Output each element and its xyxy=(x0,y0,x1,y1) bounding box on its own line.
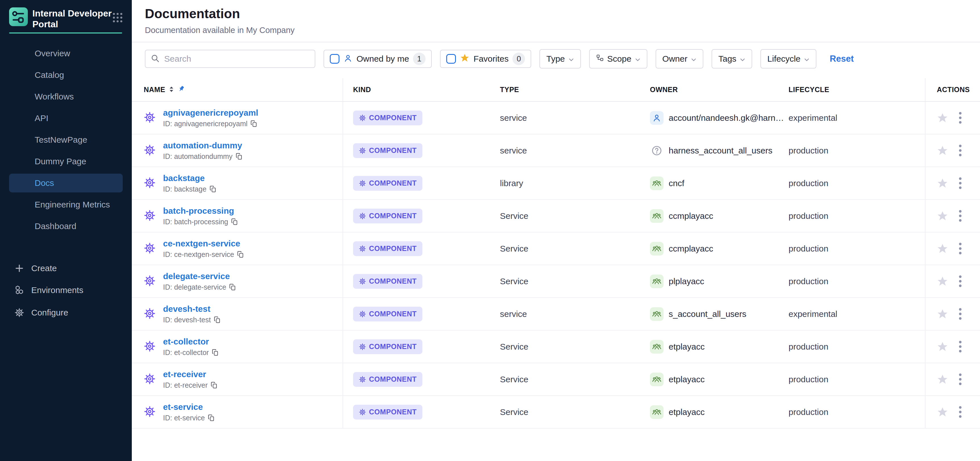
kind-label: COMPONENT xyxy=(369,375,417,383)
entity-name-link[interactable]: ce-nextgen-service xyxy=(163,239,244,249)
apps-grid-icon[interactable] xyxy=(112,12,123,24)
reset-filters-button[interactable]: Reset xyxy=(830,54,854,64)
table-row: et-receiver ID: et-receiver xyxy=(132,363,980,396)
tags-filter-dropdown[interactable]: Tags xyxy=(711,49,752,69)
app-root: Internal Developer Portal Overview Catal… xyxy=(0,0,980,461)
entity-lifecycle: production xyxy=(789,342,828,352)
search-input[interactable] xyxy=(164,54,310,64)
sidebar-item-engineering-metrics[interactable]: Engineering Metrics xyxy=(0,194,132,215)
sidebar-item-environments[interactable]: Environments xyxy=(0,279,132,301)
copy-icon[interactable] xyxy=(231,218,238,225)
group-icon xyxy=(650,242,663,255)
favorite-star-button[interactable] xyxy=(937,374,948,385)
kind-badge: COMPONENT xyxy=(353,110,422,125)
copy-icon[interactable] xyxy=(210,381,218,389)
group-icon xyxy=(650,209,663,223)
row-menu-kebab-button[interactable] xyxy=(958,307,963,321)
copy-icon[interactable] xyxy=(208,414,215,421)
copy-icon[interactable] xyxy=(235,153,243,160)
favorite-star-button[interactable] xyxy=(937,210,948,222)
entity-name-link[interactable]: et-collector xyxy=(163,337,219,346)
lifecycle-filter-dropdown[interactable]: Lifecycle xyxy=(760,49,816,69)
favorite-star-button[interactable] xyxy=(937,308,948,320)
sidebar-item-overview[interactable]: Overview xyxy=(0,43,132,64)
favorite-star-button[interactable] xyxy=(937,178,948,189)
entity-type: Service xyxy=(500,276,528,286)
column-header-name[interactable]: NAME xyxy=(144,86,165,94)
entity-name-link[interactable]: agnivagenericrepoyaml xyxy=(163,108,258,118)
kind-label: COMPONENT xyxy=(369,408,417,416)
idp-logo-icon[interactable] xyxy=(9,7,28,27)
kind-label: COMPONENT xyxy=(369,310,417,318)
row-menu-kebab-button[interactable] xyxy=(958,176,963,190)
entity-name-link[interactable]: devesh-test xyxy=(163,304,221,314)
entity-id-label: ID: agnivagenericrepoyaml xyxy=(163,120,247,128)
row-menu-kebab-button[interactable] xyxy=(958,209,963,223)
row-menu-kebab-button[interactable] xyxy=(958,405,963,419)
page-subtitle: Documentation available in My Company xyxy=(145,26,980,35)
sort-icon[interactable] xyxy=(169,86,173,94)
sidebar-item-dashboard[interactable]: Dashboard xyxy=(0,215,132,237)
row-menu-kebab-button[interactable] xyxy=(958,242,963,255)
scope-tree-icon xyxy=(596,54,604,64)
entity-name-link[interactable]: delegate-service xyxy=(163,271,236,281)
copy-icon[interactable] xyxy=(209,185,217,193)
sidebar-item-api[interactable]: API xyxy=(0,107,132,129)
type-filter-dropdown[interactable]: Type xyxy=(539,49,581,69)
row-menu-kebab-button[interactable] xyxy=(958,340,963,354)
sidebar-item-configure[interactable]: Configure xyxy=(0,301,132,324)
favorites-checkbox[interactable] xyxy=(446,54,456,64)
entity-name-link[interactable]: backstage xyxy=(163,173,217,183)
entity-name-link[interactable]: batch-processing xyxy=(163,206,238,216)
scope-filter-dropdown[interactable]: Scope xyxy=(589,49,648,69)
entity-lifecycle: experimental xyxy=(789,113,837,123)
favorite-star-button[interactable] xyxy=(937,112,948,124)
pin-icon[interactable] xyxy=(178,85,185,94)
favorite-star-button[interactable] xyxy=(937,341,948,353)
entity-name-link[interactable]: automation-dummy xyxy=(163,141,243,150)
sidebar-item-docs[interactable]: Docs xyxy=(9,174,123,192)
table-row: agnivagenericrepoyaml ID: agnivagenericr… xyxy=(132,102,980,134)
favorite-star-button[interactable] xyxy=(937,145,948,156)
search-box xyxy=(145,50,315,68)
owner-name: etplayacc xyxy=(669,375,705,384)
favorite-star-button[interactable] xyxy=(937,407,948,418)
owned-by-me-filter[interactable]: Owned by me 1 xyxy=(323,50,432,68)
favorites-label: Favorites xyxy=(474,54,509,64)
sidebar-item-workflows[interactable]: Workflows xyxy=(0,86,132,107)
table-row: backstage ID: backstage xyxy=(132,167,980,200)
group-icon xyxy=(650,177,663,190)
owner-name: account/nandeesh.gk@harn… xyxy=(669,113,784,123)
copy-icon[interactable] xyxy=(212,349,219,356)
copy-icon[interactable] xyxy=(237,251,244,258)
sidebar-divider xyxy=(9,32,122,33)
row-menu-kebab-button[interactable] xyxy=(958,372,963,386)
entity-id-label: ID: devesh-test xyxy=(163,316,211,324)
sidebar-item-testnewpage[interactable]: TestNewPage xyxy=(0,129,132,151)
owner-filter-dropdown[interactable]: Owner xyxy=(655,49,703,69)
entity-id-label: ID: backstage xyxy=(163,185,207,193)
favorite-star-button[interactable] xyxy=(937,243,948,254)
copy-icon[interactable] xyxy=(229,283,236,291)
copy-icon[interactable] xyxy=(250,120,258,127)
search-icon xyxy=(151,54,160,64)
hexagons-icon xyxy=(14,285,25,295)
owner-name: harness_account_all_users xyxy=(669,146,772,155)
row-menu-kebab-button[interactable] xyxy=(958,274,963,288)
sidebar-item-create[interactable]: Create xyxy=(0,257,132,279)
kind-label: COMPONENT xyxy=(369,277,417,286)
row-menu-kebab-button[interactable] xyxy=(958,111,963,125)
entity-name-link[interactable]: et-service xyxy=(163,402,215,412)
copy-icon[interactable] xyxy=(213,316,221,324)
entity-lifecycle: production xyxy=(789,407,828,417)
favorites-filter[interactable]: Favorites 0 xyxy=(440,50,531,68)
table-header-row: NAME KIND xyxy=(132,78,980,102)
sidebar-item-catalog[interactable]: Catalog xyxy=(0,64,132,86)
owned-by-me-checkbox[interactable] xyxy=(330,54,339,64)
row-menu-kebab-button[interactable] xyxy=(958,144,963,158)
favorite-star-button[interactable] xyxy=(937,276,948,287)
group-icon xyxy=(650,373,663,386)
sidebar-item-dummy-page[interactable]: Dummy Page xyxy=(0,151,132,172)
entity-name-link[interactable]: et-receiver xyxy=(163,370,218,379)
chevron-down-icon xyxy=(740,54,745,64)
